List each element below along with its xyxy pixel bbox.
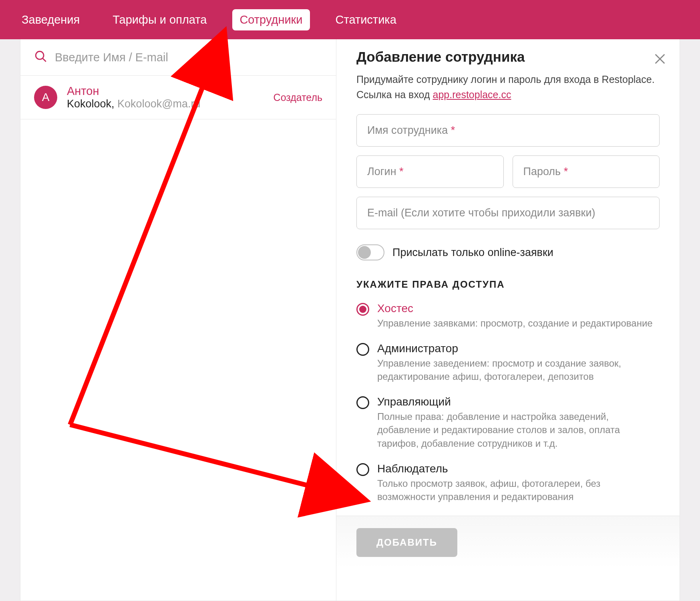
radio-icon — [356, 396, 369, 409]
toggle-label: Присылать только online-заявки — [392, 246, 553, 259]
add-button[interactable]: ДОБАВИТЬ — [356, 528, 457, 557]
close-button[interactable] — [653, 52, 667, 67]
role-option-hostess[interactable]: Хостес Управление заявками: просмотр, со… — [356, 302, 660, 330]
employee-list-panel: А Антон Kokolook, Kokolook@ma.ru Создате… — [20, 39, 336, 601]
employee-email-suffix: .ru — [188, 98, 201, 110]
radio-icon — [356, 463, 369, 476]
search-row — [20, 39, 336, 76]
online-only-toggle[interactable] — [356, 244, 384, 260]
password-field-label: Пароль — [523, 165, 564, 177]
role-option-observer[interactable]: Наблюдатель Только просмотр заявок, афиш… — [356, 462, 660, 504]
role-title: Наблюдатель — [377, 462, 660, 475]
radio-icon — [356, 343, 369, 356]
top-nav: Заведения Тарифы и оплата Сотрудники Ста… — [0, 0, 700, 39]
name-field-label: Имя сотрудника — [367, 124, 451, 136]
employee-info: Антон Kokolook, Kokolook@ma.ru — [67, 85, 274, 110]
search-icon — [34, 50, 48, 65]
employee-name: Антон — [67, 85, 274, 98]
role-desc: Полные права: добавление и настройка зав… — [377, 410, 660, 450]
avatar: А — [34, 86, 57, 109]
role-desc: Управление заведением: просмотр и создан… — [377, 357, 660, 383]
role-desc: Только просмотр заявок, афиш, фотогалере… — [377, 477, 660, 504]
role-desc: Управление заявками: просмотр, создание … — [377, 317, 653, 330]
svg-line-1 — [43, 58, 46, 62]
required-mark: * — [399, 165, 404, 177]
login-field[interactable]: Логин * — [356, 155, 504, 188]
radio-selected-icon — [356, 303, 369, 316]
required-mark: * — [564, 165, 568, 177]
required-mark: * — [451, 124, 455, 136]
password-field[interactable]: Пароль * — [513, 155, 660, 188]
tab-venues[interactable]: Заведения — [14, 9, 87, 30]
toggle-knob — [358, 246, 371, 259]
role-title: Управляющий — [377, 395, 660, 408]
rights-section-header: УКАЖИТЕ ПРАВА ДОСТУПА — [356, 279, 660, 290]
add-employee-panel: Добавление сотрудника Придумайте сотрудн… — [336, 39, 680, 601]
bottom-bar: ДОБАВИТЬ — [336, 516, 680, 569]
role-title: Хостес — [377, 302, 653, 315]
email-field[interactable]: E-mail (Если хотите чтобы приходили заяв… — [356, 197, 660, 229]
panel-description: Придумайте сотруднику логин и пароль для… — [356, 72, 660, 102]
role-option-admin[interactable]: Администратор Управление заведением: про… — [356, 342, 660, 383]
employee-org: Kokolook, — [67, 98, 115, 110]
employee-role-label: Создатель — [274, 92, 322, 103]
panel-title: Добавление сотрудника — [356, 49, 660, 65]
employee-name-field[interactable]: Имя сотрудника * — [356, 114, 660, 147]
login-field-label: Логин — [367, 165, 399, 177]
employee-subtext: Kokolook, Kokolook@ma.ru — [67, 98, 274, 110]
employee-row[interactable]: А Антон Kokolook, Kokolook@ma.ru Создате… — [20, 76, 336, 119]
tab-employees[interactable]: Сотрудники — [232, 9, 310, 30]
login-link[interactable]: app.restoplace.cc — [433, 89, 511, 100]
employee-email: Kokolook@ma — [117, 98, 188, 110]
tab-statistics[interactable]: Статистика — [328, 9, 404, 30]
tab-billing[interactable]: Тарифы и оплата — [105, 9, 214, 30]
svg-point-0 — [36, 51, 44, 59]
search-input[interactable] — [55, 51, 322, 64]
role-title: Администратор — [377, 342, 660, 355]
role-option-manager[interactable]: Управляющий Полные права: добавление и н… — [356, 395, 660, 450]
